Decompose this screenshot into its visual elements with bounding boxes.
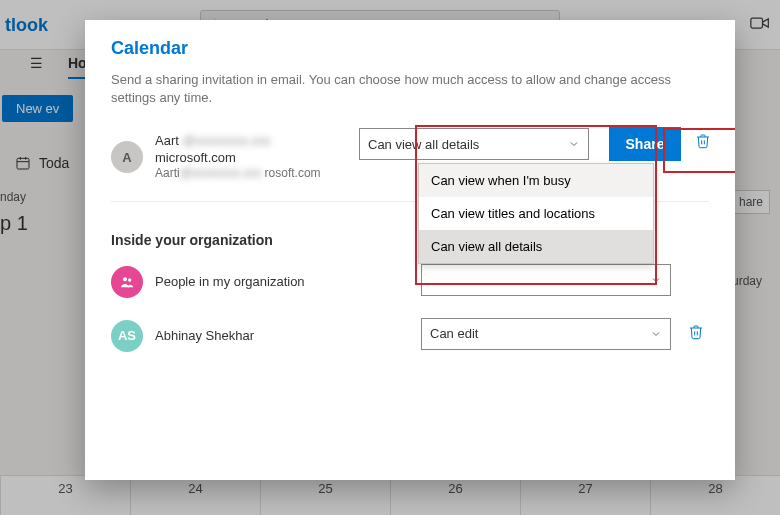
- dropdown-option[interactable]: Can view when I'm busy: [419, 164, 653, 197]
- share-calendar-modal: Calendar Send a sharing invitation in em…: [85, 20, 735, 480]
- people-icon: [119, 274, 135, 290]
- svg-point-8: [128, 278, 131, 281]
- trash-icon: [695, 133, 711, 149]
- modal-title: Calendar: [111, 38, 709, 59]
- permission-select[interactable]: Can view all details: [359, 128, 589, 160]
- name-part: Aart: [155, 133, 179, 148]
- person-row: AS Abhinay Shekhar Can edit: [111, 314, 709, 358]
- email-blur: @xxxxxxxx.xxx: [180, 166, 265, 180]
- permission-select[interactable]: Can edit: [421, 318, 671, 350]
- share-button[interactable]: Share: [609, 127, 681, 161]
- share-button-label: Share: [626, 136, 665, 152]
- invitee-email: Aarti@xxxxxxxx.xxx rosoft.com: [155, 166, 335, 181]
- chevron-down-icon: [650, 328, 662, 340]
- avatar: AS: [111, 320, 143, 352]
- remove-person-button[interactable]: [686, 324, 706, 344]
- org-icon: [111, 266, 143, 298]
- email-part: rosoft.com: [265, 166, 321, 180]
- modal-description: Send a sharing invitation in email. You …: [111, 71, 709, 107]
- email-part: Aarti: [155, 166, 180, 180]
- person-name: Abhinay Shekhar: [155, 328, 335, 344]
- invitee-name: Aart @xxxxxxxx.xxx microsoft.com: [155, 133, 335, 166]
- name-blur: @xxxxxxxx.xxx: [179, 133, 271, 148]
- trash-icon: [688, 324, 704, 340]
- remove-invitee-button[interactable]: [693, 133, 713, 153]
- avatar: A: [111, 141, 143, 173]
- name-part: microsoft.com: [155, 150, 236, 165]
- permission-value: Can view all details: [368, 137, 479, 152]
- chevron-down-icon: [568, 138, 580, 150]
- org-label: People in my organization: [155, 274, 335, 290]
- dropdown-option[interactable]: Can view titles and locations: [419, 197, 653, 230]
- permission-dropdown-list: Can view when I'm busy Can view titles a…: [418, 163, 654, 264]
- permission-value: Can edit: [430, 326, 478, 341]
- invitee-text: Aart @xxxxxxxx.xxx microsoft.com Aarti@x…: [155, 133, 335, 181]
- dropdown-option[interactable]: Can view all details: [419, 230, 653, 263]
- svg-point-7: [123, 277, 127, 281]
- permission-select[interactable]: [421, 264, 671, 296]
- org-row: People in my organization: [111, 260, 709, 304]
- chevron-down-icon: [650, 274, 662, 286]
